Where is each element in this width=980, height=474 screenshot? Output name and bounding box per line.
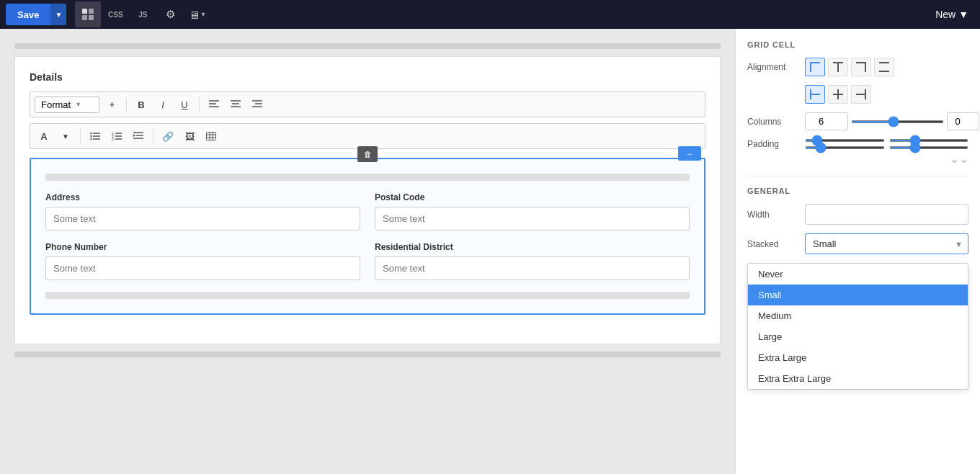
align-top-right-button[interactable] [851, 58, 871, 76]
svg-rect-40 [879, 62, 889, 63]
alignment-row: Alignment [747, 58, 968, 76]
resize-handle[interactable]: ↔ [678, 146, 701, 161]
svg-rect-35 [810, 62, 811, 72]
address-input[interactable] [45, 207, 360, 231]
settings-icon[interactable]: ⚙ [157, 1, 183, 27]
svg-rect-2 [82, 15, 87, 20]
toolbar-row2: A ▼ 1.2.3. 🔗 🖼 [30, 123, 705, 149]
padding-controls [805, 139, 968, 149]
bold-button[interactable]: B [132, 95, 151, 114]
form-top-bar [45, 174, 690, 181]
dropdown-option-large[interactable]: Large [748, 326, 968, 347]
table-button[interactable] [202, 127, 220, 146]
align-center-button[interactable] [226, 95, 245, 114]
residential-district-field: Residential District [375, 242, 690, 280]
image-button[interactable]: 🖼 [180, 127, 199, 146]
phone-number-field: Phone Number [45, 242, 360, 280]
align-top-left-button[interactable] [805, 58, 825, 76]
svg-rect-47 [865, 89, 866, 99]
align-left-button[interactable] [205, 95, 223, 114]
device-icon[interactable]: 🖥 ▼ [184, 1, 210, 27]
width-input[interactable] [805, 204, 968, 225]
new-button[interactable]: New ▼ [930, 9, 974, 20]
indent-button[interactable] [129, 127, 148, 146]
dropdown-option-extra-large[interactable]: Extra Large [748, 347, 968, 368]
italic-button[interactable]: I [153, 95, 172, 114]
canvas-area: Details Format ▼ ✦ B I U [0, 29, 735, 474]
alignment-row2 [805, 85, 968, 104]
stacked-controls: Never Small Medium Large Extra Large Ext… [805, 233, 968, 254]
js-icon[interactable]: JS [130, 1, 156, 27]
general-section: GENERAL Width Stacked Never Small Medium [747, 187, 968, 390]
form-grid: Address Postal Code Phone Number Residen… [45, 192, 690, 280]
alignment-controls2 [805, 85, 968, 104]
font-size-button[interactable]: A [35, 127, 53, 146]
svg-rect-3 [89, 15, 94, 20]
save-dropdown-button[interactable]: ▼ [50, 4, 66, 25]
columns-slider[interactable] [851, 120, 944, 123]
layout-icon[interactable] [75, 1, 101, 27]
align-top-center-button[interactable] [828, 58, 848, 76]
residential-district-label: Residential District [375, 242, 690, 252]
editor-container: Details Format ▼ ✦ B I U [14, 56, 721, 344]
align-spread-button[interactable] [874, 58, 894, 76]
postal-code-label: Postal Code [375, 192, 690, 202]
align-middle-right-button[interactable] [851, 85, 871, 104]
padding-sliders [805, 139, 968, 149]
toolbar-separator [126, 97, 127, 112]
underline-button[interactable]: U [175, 95, 194, 114]
scroll-down-icon[interactable]: ⌄⌄ [950, 153, 968, 165]
padding-row: Padding [747, 139, 968, 149]
dropdown-option-never[interactable]: Never [748, 264, 968, 285]
right-panel: GRID CELL Alignment [735, 29, 980, 474]
main-layout: Details Format ▼ ✦ B I U [0, 29, 980, 474]
section-divider [747, 176, 968, 176]
columns-controls [805, 112, 979, 130]
magic-wand-button[interactable]: ✦ [102, 95, 121, 114]
format-arrow-icon: ▼ [75, 101, 81, 108]
svg-marker-28 [133, 134, 135, 137]
padding-left-slider[interactable] [889, 146, 969, 149]
link-button[interactable]: 🔗 [159, 127, 177, 146]
alignment-controls [805, 58, 968, 76]
align-middle-left-button[interactable] [805, 85, 825, 104]
postal-code-field: Postal Code [375, 192, 690, 231]
save-button[interactable]: Save [6, 4, 50, 25]
dropdown-option-medium[interactable]: Medium [748, 305, 968, 326]
dropdown-option-small[interactable]: Small [748, 285, 968, 305]
grid-cell-title: GRID CELL [747, 40, 968, 49]
columns-value-input[interactable] [805, 112, 848, 130]
columns-right-input[interactable] [947, 112, 979, 130]
form-panel-actions: 🗑 [357, 146, 378, 162]
new-label: New [935, 9, 956, 20]
phone-number-label: Phone Number [45, 242, 360, 252]
delete-button[interactable]: 🗑 [357, 146, 378, 162]
ordered-list-button[interactable]: 1.2.3. [107, 127, 126, 146]
postal-code-input[interactable] [375, 207, 690, 231]
stacked-label: Stacked [747, 239, 805, 249]
align-right-button[interactable] [248, 95, 267, 114]
top-bar-icons: CSS JS ⚙ 🖥 ▼ [75, 1, 210, 27]
css-icon[interactable]: CSS [102, 1, 128, 27]
svg-rect-46 [856, 94, 866, 95]
unordered-list-button[interactable] [86, 127, 104, 146]
align-middle-center-button[interactable] [828, 85, 848, 104]
svg-point-13 [90, 133, 92, 134]
svg-rect-1 [89, 9, 94, 14]
alignment-label: Alignment [747, 62, 805, 72]
padding-bottom-slider[interactable] [805, 146, 885, 149]
stacked-select-wrapper: Never Small Medium Large Extra Large Ext… [805, 233, 968, 254]
width-controls [805, 204, 968, 225]
font-size-small-button[interactable]: ▼ [56, 127, 75, 146]
save-btn-group: Save ▼ [6, 4, 66, 25]
phone-number-input[interactable] [45, 256, 360, 280]
dropdown-option-extra-extra-large[interactable]: Extra Extra Large [748, 368, 968, 389]
width-label: Width [747, 210, 805, 220]
toolbar-separator3 [80, 129, 81, 143]
format-select[interactable]: Format ▼ [35, 97, 99, 113]
svg-rect-41 [879, 71, 889, 72]
residential-district-input[interactable] [375, 256, 690, 280]
canvas-top-bar [14, 43, 721, 49]
stacked-select[interactable]: Never Small Medium Large Extra Large Ext… [805, 233, 968, 254]
columns-label: Columns [747, 117, 805, 127]
